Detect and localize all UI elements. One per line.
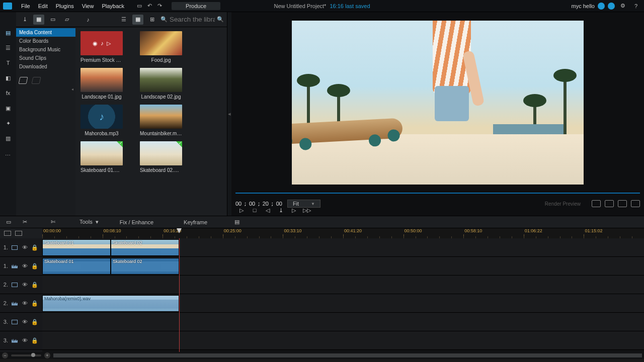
track-visible-icon[interactable]: 👁 bbox=[21, 319, 28, 325]
track-lock-icon[interactable]: 🔒 bbox=[31, 282, 38, 288]
media-icon[interactable]: ▤ bbox=[3, 28, 14, 37]
keyframe-panel-icon[interactable]: ▤ bbox=[231, 218, 243, 227]
timeline-zoom-bar: − + bbox=[0, 352, 644, 359]
library-item[interactable]: ◉♪▷Premium Stock Cont... bbox=[80, 31, 123, 63]
undo-icon[interactable]: ↶ bbox=[144, 1, 154, 11]
view-list-icon[interactable]: ☰ bbox=[118, 15, 129, 25]
timeline-clip[interactable]: Mahoroba(remix0).wav bbox=[42, 295, 179, 312]
timeline-clip[interactable]: Skateboard 01 bbox=[42, 239, 111, 256]
zoom-out-button[interactable]: − bbox=[2, 352, 8, 358]
fx-icon[interactable]: fx bbox=[3, 88, 14, 98]
filter-video-icon[interactable]: ▭ bbox=[47, 15, 58, 25]
library-search[interactable]: 🔍 🔍 bbox=[160, 16, 224, 23]
next-frame-icon[interactable]: ▷ bbox=[290, 206, 298, 214]
track-lock-icon[interactable]: 🔒 bbox=[31, 263, 38, 269]
track-lane[interactable] bbox=[42, 331, 644, 350]
fix-enhance-button[interactable]: Fix / Enhance bbox=[120, 219, 153, 225]
track-visible-icon[interactable]: 👁 bbox=[21, 282, 28, 288]
settings-icon[interactable]: ⚙ bbox=[618, 1, 628, 11]
split-icon[interactable]: ✄ bbox=[47, 218, 58, 227]
prev-frame-icon[interactable]: ◁ bbox=[264, 206, 272, 214]
audio-room-icon[interactable]: ▥ bbox=[3, 134, 14, 143]
produce-button[interactable]: Produce bbox=[172, 2, 220, 10]
help-icon[interactable]: ? bbox=[631, 1, 641, 11]
tag-shape-icon[interactable] bbox=[19, 77, 28, 84]
blade-tool-icon[interactable]: ✂ bbox=[19, 218, 30, 227]
library-item[interactable]: Mountainbiker.mp4 bbox=[140, 105, 182, 136]
timeline-clip[interactable]: Skateboard 01 bbox=[42, 258, 111, 275]
view-grid-icon[interactable]: ▦ bbox=[132, 15, 143, 25]
library-toolbar: ⤓ ▦ ▭ ▱ ♪ ☰ ▦ ⊞ 🔍 🔍 bbox=[16, 12, 227, 27]
collapse-sidebar-icon[interactable]: ◂ bbox=[16, 87, 75, 92]
movie-mode-icon[interactable] bbox=[4, 231, 11, 236]
save-icon[interactable]: ▭ bbox=[134, 1, 144, 11]
ruler-tick: 00:41:20 bbox=[344, 228, 362, 233]
more-rooms-icon[interactable]: ⋯ bbox=[3, 151, 14, 160]
menu-view[interactable]: View bbox=[78, 0, 98, 12]
track-lock-icon[interactable]: 🔒 bbox=[31, 319, 38, 325]
goto-icon[interactable]: ⤓ bbox=[277, 206, 285, 214]
cl-badge-icon[interactable] bbox=[608, 3, 615, 10]
category-downloaded[interactable]: Downloaded bbox=[16, 62, 75, 71]
keyframe-button[interactable]: Keyframe bbox=[184, 219, 207, 225]
menu-plugins[interactable]: Plugins bbox=[52, 0, 78, 12]
track-body[interactable]: Skateboard 01Skateboard 02Skateboard 01S… bbox=[42, 238, 644, 352]
track-header: 1.👁🔒 bbox=[0, 257, 42, 276]
track-lock-icon[interactable]: 🔒 bbox=[31, 244, 38, 250]
filter-media-icon[interactable]: ▦ bbox=[33, 15, 44, 25]
category-color-boards[interactable]: Color Boards bbox=[16, 37, 75, 45]
library-item[interactable]: Landscape 01.jpg bbox=[80, 68, 123, 100]
menu-edit[interactable]: Edit bbox=[34, 0, 52, 12]
storyboard-icon[interactable]: ☰ bbox=[3, 43, 14, 52]
mask-icon[interactable]: ◧ bbox=[3, 73, 14, 82]
tools-menu[interactable]: Tools ▾ bbox=[79, 219, 99, 225]
zoom-slider[interactable] bbox=[11, 354, 41, 356]
track-lane[interactable] bbox=[42, 313, 644, 331]
title-icon[interactable]: T bbox=[3, 58, 14, 67]
track-visible-icon[interactable]: 👁 bbox=[21, 244, 28, 250]
library-item[interactable]: ♪Mahoroba.mp3 bbox=[80, 105, 123, 136]
menu-file[interactable]: File bbox=[17, 0, 34, 12]
preview-canvas[interactable] bbox=[292, 21, 584, 185]
category-background-music[interactable]: Background Music bbox=[16, 45, 75, 54]
menu-playback[interactable]: Playback bbox=[98, 0, 128, 12]
search-input[interactable] bbox=[170, 16, 215, 23]
play-icon[interactable]: ▷ bbox=[237, 206, 246, 214]
library-item[interactable]: Food.jpg bbox=[140, 31, 182, 63]
library-item[interactable]: Skateboard 01.mp4 bbox=[80, 141, 123, 173]
timeline-clip[interactable]: Skateboard 02 bbox=[111, 258, 179, 275]
search-submit-icon[interactable]: 🔍 bbox=[217, 16, 224, 23]
select-tool-icon[interactable]: ▭ bbox=[3, 218, 14, 227]
track-lock-icon[interactable]: 🔒 bbox=[31, 300, 38, 306]
library-item[interactable]: Landscape 02.jpg bbox=[140, 68, 182, 100]
view-details-icon[interactable]: ⊞ bbox=[146, 15, 157, 25]
app-logo[interactable] bbox=[3, 3, 12, 10]
library-item[interactable]: Skateboard 02.mp4 bbox=[140, 141, 182, 173]
zoom-in-button[interactable]: + bbox=[44, 352, 50, 358]
category-sound-clips[interactable]: Sound Clips bbox=[16, 54, 75, 62]
particle-icon[interactable]: ✦ bbox=[3, 119, 14, 128]
category-media-content[interactable]: Media Content bbox=[16, 28, 75, 37]
redo-icon[interactable]: ↷ bbox=[154, 1, 165, 11]
filter-image-icon[interactable]: ▱ bbox=[61, 15, 72, 25]
timeline-ruler[interactable]: 00:00:0000:08:1000:16:2000:25:0000:33:10… bbox=[42, 228, 644, 238]
pip-icon[interactable]: ▣ bbox=[3, 104, 14, 113]
fast-forward-icon[interactable]: ▷▷ bbox=[303, 206, 311, 214]
track-visible-icon[interactable]: 👁 bbox=[21, 263, 28, 269]
avatar-icon[interactable] bbox=[598, 3, 605, 10]
track-type-icon bbox=[11, 319, 18, 325]
user-name: myc hello bbox=[572, 3, 595, 9]
timeline-clip[interactable]: Skateboard 02 bbox=[111, 239, 179, 256]
splitter-handle[interactable]: ◂ bbox=[227, 12, 231, 216]
filter-audio-icon[interactable]: ♪ bbox=[83, 15, 94, 25]
track-visible-icon[interactable]: 👁 bbox=[21, 300, 28, 306]
clip-mode-icon[interactable] bbox=[15, 231, 22, 236]
stop-icon[interactable]: □ bbox=[251, 206, 259, 214]
playhead-line[interactable] bbox=[179, 238, 180, 352]
track-visible-icon[interactable]: 👁 bbox=[21, 337, 28, 343]
track-type-icon bbox=[11, 300, 18, 306]
timeline-hscroll[interactable] bbox=[53, 353, 642, 357]
track-lane[interactable] bbox=[42, 276, 644, 294]
import-icon[interactable]: ⤓ bbox=[19, 15, 30, 25]
track-lock-icon[interactable]: 🔒 bbox=[31, 337, 38, 343]
